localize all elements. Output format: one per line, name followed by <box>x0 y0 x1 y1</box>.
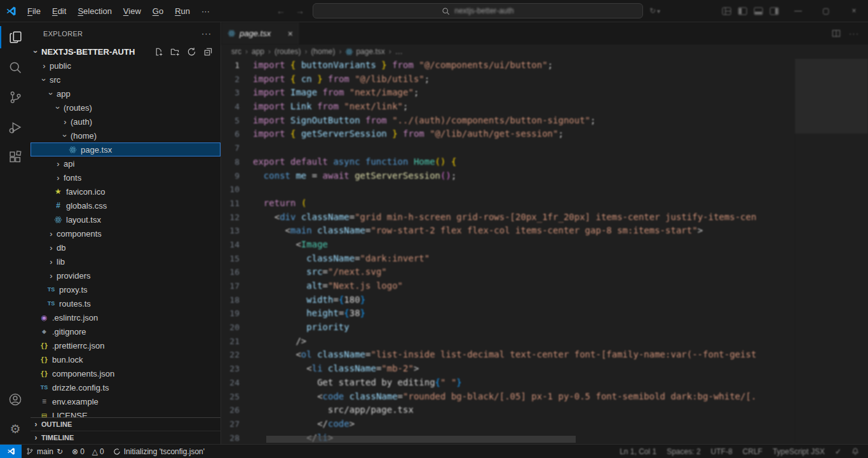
tree-item-env.example[interactable]: ≡env.example <box>31 394 220 408</box>
minimap[interactable] <box>795 59 868 444</box>
menu-more[interactable]: ··· <box>196 0 215 22</box>
explorer-more-icon[interactable]: ··· <box>201 29 212 38</box>
warning-count: 0 <box>100 447 104 456</box>
tree-item-providers[interactable]: ›providers <box>31 268 220 282</box>
split-editor-icon[interactable] <box>832 29 841 38</box>
breadcrumb-page.tsx[interactable]: page.tsx <box>345 47 384 56</box>
tree-item-public[interactable]: ›public <box>31 59 220 73</box>
menu-file[interactable]: File <box>22 0 46 22</box>
breadcrumb--routes-[interactable]: (routes) <box>275 47 301 56</box>
code-line-9: 9 const me = await getServerSession(); <box>221 169 795 183</box>
tree-item-favicon.ico[interactable]: ★favicon.ico <box>31 184 220 198</box>
bell-icon[interactable] <box>848 445 863 458</box>
tree-item-routes.ts[interactable]: TSroutes.ts <box>31 296 220 310</box>
horizontal-scrollbar[interactable] <box>266 436 576 443</box>
tree-item-fonts[interactable]: ›fonts <box>31 170 220 184</box>
activity-run-debug[interactable] <box>0 112 31 142</box>
tree-item-globals.css[interactable]: #globals.css <box>31 198 220 212</box>
remote-indicator[interactable] <box>0 445 22 458</box>
tree-item-db[interactable]: ›db <box>31 240 220 254</box>
tree-item-drizzle.config.ts[interactable]: TSdrizzle.config.ts <box>31 380 220 394</box>
breadcrumb--[interactable]: … <box>395 47 403 56</box>
menu-edit[interactable]: Edit <box>46 0 72 22</box>
breadcrumb-app[interactable]: app <box>252 47 264 56</box>
command-center-search[interactable]: nextjs-better-auth <box>313 3 643 18</box>
branch-status[interactable]: main ↻ <box>22 445 67 458</box>
menu-run[interactable]: Run <box>169 0 196 22</box>
tree-item-proxy.ts[interactable]: TSproxy.ts <box>31 282 220 296</box>
tree-item--home-[interactable]: ›(home) <box>31 128 220 142</box>
tree-item-components[interactable]: ›components <box>31 226 220 240</box>
tree-item-page.tsx[interactable]: page.tsx <box>31 142 220 156</box>
tree-item-lib[interactable]: ›lib <box>31 254 220 268</box>
settings-button[interactable]: ⚙ <box>0 414 31 444</box>
tab-page-tsx[interactable]: page.tsx × <box>221 22 299 45</box>
back-icon[interactable]: ← <box>275 6 287 16</box>
tree-item-.prettierrc.json[interactable]: {}.prettierrc.json <box>31 338 220 352</box>
react-file-icon <box>67 146 78 154</box>
tree-item-.eslintrc.json[interactable]: ◉.eslintrc.json <box>31 310 220 324</box>
chevron-right-icon: › <box>53 158 64 169</box>
tab-close-icon[interactable]: × <box>288 29 293 39</box>
eol-status[interactable]: CRLF <box>739 445 766 458</box>
toggle-secondary-sidebar-icon[interactable] <box>770 7 779 15</box>
line-content: import { cn } from "@/lib/utils"; <box>253 73 795 87</box>
toggle-panel-icon[interactable] <box>754 7 763 15</box>
activity-source-control[interactable] <box>0 82 31 112</box>
code-line-4: 4import Link from "next/link"; <box>221 100 795 114</box>
tree-item-label: drizzle.config.ts <box>52 383 109 392</box>
tree-item-src[interactable]: ›src <box>31 73 220 87</box>
activity-search[interactable] <box>0 52 31 82</box>
tree-item-components.json[interactable]: {}components.json <box>31 366 220 380</box>
line-content: return ( <box>253 197 795 211</box>
new-file-icon[interactable] <box>154 47 163 57</box>
timeline-section[interactable]: › TIMELINE <box>31 431 220 444</box>
progress-status[interactable]: Initializing 'tsconfig.json' <box>109 445 209 458</box>
menu-selection[interactable]: Selection <box>72 0 117 22</box>
line-col-status[interactable]: Ln 1, Col 1 <box>616 445 660 458</box>
menu-go[interactable]: Go <box>147 0 169 22</box>
tree-item-label: proxy.ts <box>59 285 88 295</box>
indentation-status[interactable]: Spaces: 2 <box>663 445 704 458</box>
forward-icon[interactable]: → <box>294 6 306 16</box>
tree-item-.gitignore[interactable]: ◆.gitignore <box>31 324 220 338</box>
tree-item-app[interactable]: ›app <box>31 87 220 101</box>
activity-extensions[interactable] <box>0 142 31 172</box>
line-content: import { getServerSession } from "@/lib/… <box>253 127 795 141</box>
more-actions-icon[interactable]: ··· <box>849 29 859 38</box>
tree-item-api[interactable]: ›api <box>31 156 220 170</box>
restore-icon[interactable]: ▢ <box>812 0 840 22</box>
collapse-all-icon[interactable] <box>203 47 213 57</box>
star-file-icon: ★ <box>53 187 64 196</box>
outline-section[interactable]: › OUTLINE <box>31 417 220 431</box>
explorer-actions <box>154 47 220 57</box>
refresh-icon[interactable] <box>187 47 196 57</box>
close-icon[interactable]: × <box>840 0 868 22</box>
search-history-icon[interactable]: ↻▾ <box>649 6 660 15</box>
code-area[interactable]: 1import { buttonVariants } from "@/compo… <box>221 59 868 444</box>
new-folder-icon[interactable] <box>170 47 180 57</box>
breadcrumb-src[interactable]: src <box>231 47 241 56</box>
activity-explorer[interactable] <box>0 22 31 52</box>
tree-item-layout.tsx[interactable]: layout.tsx <box>31 212 220 226</box>
menu-view[interactable]: View <box>118 0 147 22</box>
minimap-slider[interactable] <box>795 59 868 134</box>
project-root-row[interactable]: › NEXTJS-BETTER-AUTH <box>31 45 220 59</box>
tree-item-license[interactable]: ▤LICENSE <box>31 408 220 417</box>
tree-item-label: providers <box>57 271 90 281</box>
encoding-status[interactable]: UTF-8 <box>707 445 736 458</box>
problems-status[interactable]: ⊗ 0 △ 0 <box>67 445 109 458</box>
prettier-check-icon[interactable]: ✓ <box>831 445 845 458</box>
toggle-primary-sidebar-icon[interactable] <box>738 7 747 15</box>
tree-item--auth-[interactable]: ›(auth) <box>31 114 220 128</box>
code-line-20: 20 priority <box>221 321 795 335</box>
accounts-button[interactable] <box>0 384 31 414</box>
line-number: 11 <box>221 197 253 211</box>
license-file-icon: ▤ <box>39 412 50 418</box>
customize-layout-icon[interactable] <box>722 7 731 15</box>
tree-item-bun.lock[interactable]: {}bun.lock <box>31 352 220 366</box>
breadcrumb--home-[interactable]: (home) <box>311 47 335 56</box>
language-status[interactable]: TypeScript JSX <box>769 445 829 458</box>
tree-item--routes-[interactable]: ›(routes) <box>31 101 220 114</box>
minimize-icon[interactable]: — <box>784 0 812 22</box>
